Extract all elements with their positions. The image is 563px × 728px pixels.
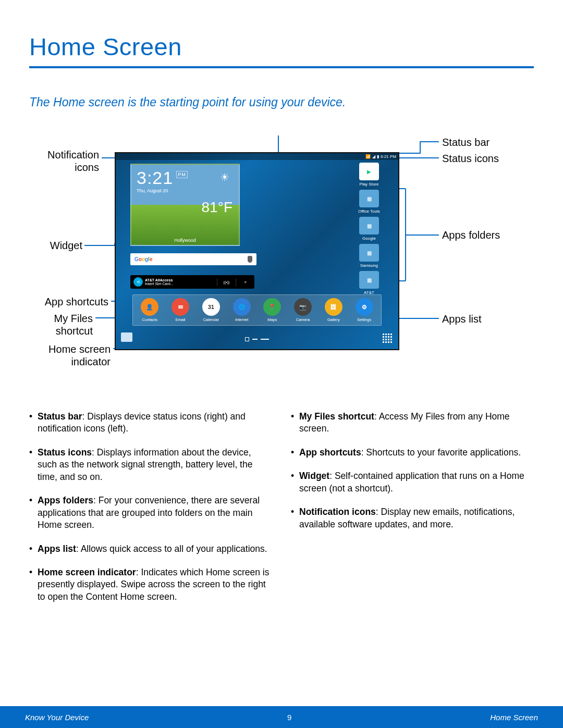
app-icon: 31 — [202, 298, 220, 316]
weather-location: Hollywood — [131, 238, 239, 243]
folder-label: Samsung — [360, 263, 378, 268]
app-dock: 👤Contacts✉Email31Calendar🌐Internet📍Maps📷… — [132, 294, 382, 326]
folder-icon: ▦ — [359, 190, 379, 207]
folder-item: ▦Google — [351, 217, 387, 241]
att-sub: Insert Sim Card... — [145, 282, 173, 286]
folder-item: ▦AT&T — [351, 271, 387, 295]
dock-app: 👤Contacts — [138, 298, 162, 322]
google-search-widget: Google — [130, 253, 256, 265]
clock-weather-widget: 3:21PM Thu, August 20 ☀ 81°F Hollywood — [130, 164, 240, 246]
page-footer: Know Your Device 9 Home Screen — [0, 706, 563, 728]
att-seg-2: ≡ — [236, 278, 254, 286]
clock-date: Thu, August 20 — [131, 188, 239, 193]
intro-text: The Home screen is the starting point fo… — [29, 95, 534, 109]
bullet-item: Home screen indicator: Indicates which H… — [29, 566, 272, 603]
google-logo: Google — [134, 256, 152, 262]
folder-icon: ▦ — [359, 271, 379, 289]
footer-right: Home Screen — [490, 713, 538, 722]
label-status-bar: Status bar — [442, 137, 489, 149]
app-label: Calendar — [203, 317, 219, 322]
footer-left: Know Your Device — [25, 713, 89, 722]
att-seg-1: ((•)) — [217, 278, 236, 286]
label-home-indicator: Home screenindicator — [29, 343, 111, 368]
folder-item: ▦Office Tools — [351, 190, 387, 214]
folder-label: Play Store — [360, 182, 379, 187]
att-widget: ⟲ AT&T AllAccess Insert Sim Card... ((•)… — [130, 275, 254, 289]
dock-app: 31Calendar — [200, 298, 223, 322]
battery-icon: ▮ — [377, 154, 379, 159]
dock-app: 📷Camera — [291, 298, 315, 322]
bullet-item: App shortcuts: Shortcuts to your favorit… — [291, 447, 534, 459]
clock-ampm: PM — [176, 171, 188, 178]
bullet-item: Status icons: Displays information about… — [29, 447, 272, 483]
footer-page: 9 — [287, 713, 291, 722]
app-icon: 📷 — [294, 298, 312, 316]
label-apps-list: Apps list — [442, 313, 482, 326]
app-icon: 🌐 — [233, 298, 251, 316]
dock-app: 📍Maps — [261, 298, 284, 322]
folder-label: Google — [362, 236, 376, 241]
title-rule — [29, 66, 534, 68]
bullet-item: Apps list: Allows quick access to all of… — [29, 543, 272, 555]
folder-item: ▦Samsung — [351, 244, 387, 268]
label-widget: Widget — [29, 240, 82, 252]
folder-label: Office Tools — [358, 209, 380, 214]
home-screen-indicator — [245, 337, 269, 341]
app-label: Settings — [357, 317, 371, 322]
bullet-item: Widget: Self-contained application that … — [291, 470, 534, 495]
dock-app: 🖼Gallery — [322, 298, 346, 322]
description-columns: Status bar: Displays device status icons… — [29, 411, 534, 614]
bullet-item: My Files shortcut: Access My Files from … — [291, 411, 534, 435]
dock-app: ⚙Settings — [352, 298, 376, 322]
mic-icon — [248, 256, 252, 263]
dock-app: 🌐Internet — [230, 298, 253, 322]
apps-list-button — [382, 332, 393, 344]
wifi-icon: 📶 — [365, 154, 371, 159]
app-label: Email — [176, 317, 186, 322]
app-icon: ⚙ — [356, 298, 373, 316]
app-icon: ✉ — [172, 298, 189, 316]
label-status-icons: Status icons — [442, 153, 499, 165]
label-app-shortcuts: App shortcuts — [29, 296, 108, 309]
dock-app: ✉Email — [169, 298, 192, 322]
app-label: Camera — [296, 317, 310, 322]
bullet-item: Status bar: Displays device status icons… — [29, 411, 272, 435]
my-files-shortcut — [121, 332, 132, 342]
tablet-screenshot: 📶 ◢ ▮ 6:21 PM 3:21PM Thu, August 20 ☀ 81… — [115, 152, 399, 350]
status-time: 6:21 PM — [381, 154, 396, 159]
weather-temp: 81°F — [202, 199, 232, 216]
status-bar: 📶 ◢ ▮ 6:21 PM — [116, 153, 398, 160]
bullet-item: Apps folders: For your convenience, ther… — [29, 495, 272, 531]
att-icon: ⟲ — [133, 277, 143, 287]
label-apps-folders: Apps folders — [442, 229, 500, 242]
bullet-item: Notification icons: Display new emails, … — [291, 506, 534, 530]
att-title: AT&T AllAccess — [145, 278, 173, 282]
sun-icon: ☀ — [220, 171, 229, 183]
app-label: Contacts — [142, 317, 158, 322]
label-notification-icons: Notificationicons — [29, 149, 99, 174]
page-title: Home Screen — [29, 32, 534, 61]
folder-item: ▶Play Store — [351, 163, 387, 187]
bullets-right: My Files shortcut: Access My Files from … — [291, 411, 534, 530]
annotated-diagram: Notificationicons Widget App shortcuts M… — [29, 128, 540, 373]
clock-time: 3:21 — [137, 168, 173, 188]
folder-icon: ▶ — [359, 163, 379, 180]
app-label: Internet — [235, 317, 248, 322]
folder-icon: ▦ — [359, 217, 379, 235]
bullets-left: Status bar: Displays device status icons… — [29, 411, 272, 603]
app-icon: 📍 — [263, 298, 281, 316]
signal-icon: ◢ — [372, 154, 375, 159]
folder-icon: ▦ — [359, 244, 379, 262]
app-icon: 👤 — [141, 298, 158, 316]
app-icon: 🖼 — [325, 298, 342, 316]
app-label: Maps — [267, 317, 277, 322]
label-my-files: My Filesshortcut — [29, 313, 93, 337]
app-label: Gallery — [327, 317, 340, 322]
